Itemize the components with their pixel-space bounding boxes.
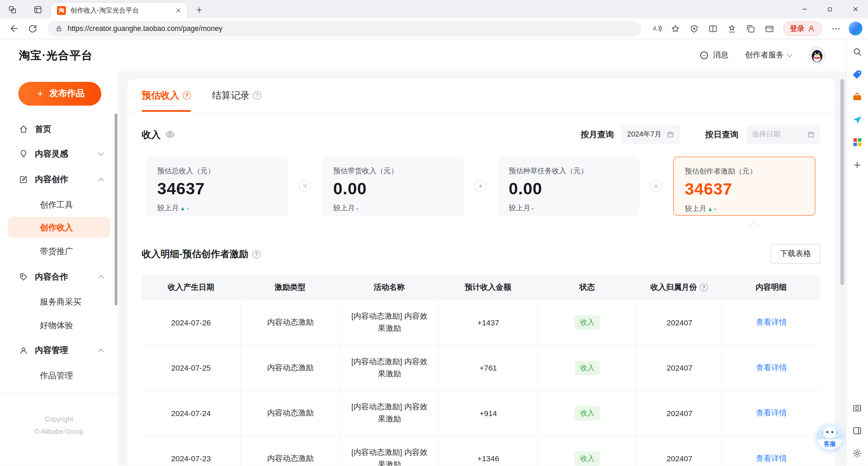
sidebar-item-label: 好物体验 — [40, 320, 103, 330]
login-button[interactable]: 登录 — [783, 21, 822, 36]
rail-tools-icon[interactable] — [850, 90, 864, 104]
stat-card-total-income[interactable]: 预估总收入（元） 34637 较上月 ▲ - — [146, 157, 288, 216]
stat-card-creator-incentive[interactable]: 预估创作者激励（元） 34637 较上月 ▲ - — [673, 157, 816, 216]
rail-settings-icon[interactable] — [850, 446, 864, 460]
favorites-bar-icon[interactable] — [724, 20, 740, 37]
help-icon[interactable] — [252, 250, 260, 258]
sidebar-item-creation-income[interactable]: 创作收入 — [8, 217, 110, 238]
sidebar-item-management[interactable]: 内容管理 — [8, 340, 110, 361]
view-details-link[interactable]: 查看详情 — [756, 363, 787, 373]
column-header: 状态 — [538, 275, 637, 300]
view-details-link[interactable]: 查看详情 — [756, 317, 787, 327]
sidebar-item-cooperation[interactable]: 内容合作 — [8, 266, 110, 287]
sidebar-item-label: 内容灵感 — [35, 148, 92, 159]
browser-menu-icon[interactable] — [828, 20, 844, 37]
plus-icon: ＋ — [35, 88, 46, 98]
back-icon[interactable] — [5, 20, 22, 37]
day-picker[interactable]: 选择日期 — [746, 125, 820, 144]
cell-action: 查看详情 — [722, 436, 820, 466]
site-logo: 淘宝·光合平台 — [19, 48, 93, 63]
tab-estimated-income[interactable]: 预估收入 — [142, 79, 191, 112]
cell-action: 查看详情 — [722, 391, 820, 435]
download-table-button[interactable]: 下载表格 — [770, 244, 820, 264]
trend-up-icon: ▲ — [708, 205, 713, 212]
tab-list-icon[interactable] — [31, 3, 44, 16]
split-screen-icon[interactable] — [705, 20, 721, 37]
service-mascot-icon — [821, 426, 838, 439]
sidebar-item-promotion[interactable]: 带货推广 — [8, 241, 110, 262]
favorite-star-icon[interactable] — [667, 20, 684, 37]
chevron-up-icon — [98, 275, 104, 281]
read-aloud-icon[interactable]: A — [648, 20, 665, 37]
address-bar[interactable]: https://creator.guanghe.taobao.com/page/… — [48, 21, 642, 36]
stat-card-title: 预估创作者激励（元） — [685, 166, 804, 176]
month-picker[interactable]: 2024年7月 — [622, 125, 680, 144]
cell-month: 202407 — [637, 436, 722, 466]
eye-icon[interactable] — [165, 129, 175, 139]
customer-service-button[interactable]: 客服 — [816, 423, 843, 450]
browser-essentials-icon[interactable] — [686, 20, 702, 37]
status-badge: 收入 — [575, 360, 600, 375]
tab-settlement-records[interactable]: 结算记录 — [212, 79, 261, 112]
sidebar-item-creation[interactable]: 内容创作 — [8, 169, 110, 190]
cell-date: 2024-07-26 — [142, 300, 240, 345]
cell-action: 查看详情 — [722, 300, 820, 345]
stat-card-compare: 较上月 ▲ - — [685, 203, 804, 213]
messages-button[interactable]: 消息 — [699, 50, 728, 60]
sidebar-item-service-purchase[interactable]: 服务商采买 — [8, 291, 110, 312]
view-details-link[interactable]: 查看详情 — [756, 453, 787, 463]
avatar[interactable] — [808, 47, 826, 64]
workspaces-icon[interactable] — [5, 3, 19, 16]
copilot-icon[interactable] — [849, 22, 863, 36]
help-icon[interactable] — [253, 91, 261, 100]
rail-messenger-icon[interactable] — [850, 112, 864, 127]
stat-card-sales-income[interactable]: 预估带货收入（元） 0.00 较上月 - — [322, 157, 464, 216]
wallet-icon[interactable] — [761, 20, 778, 37]
table-header-row: 收入产生日期 激励类型 活动名称 预计收入金额 状态 收入归属月份 内容明细 — [142, 275, 820, 300]
rail-screenshot-icon[interactable] — [850, 400, 864, 415]
bulb-icon — [19, 149, 28, 159]
rail-split-panel-icon[interactable] — [850, 423, 864, 437]
chevron-up-icon — [98, 348, 104, 354]
cell-status: 收入 — [538, 391, 637, 435]
sidebar-item-inspiration[interactable]: 内容灵感 — [8, 143, 110, 164]
svg-text:A: A — [653, 25, 657, 32]
close-window-button[interactable] — [843, 0, 868, 18]
browser-tab[interactable]: 淘 创作收入-淘宝光合平台 — [51, 3, 187, 18]
income-tabs: 预估收入 结算记录 — [127, 79, 835, 112]
sidebar: ＋ 发布作品 首页 内容灵感 内容创作 创作工具 创作收入 — [0, 71, 118, 466]
day-picker-placeholder: 选择日期 — [752, 129, 804, 139]
stat-card-task-income[interactable]: 预估种草任务收入（元） 0.00 较上月 - — [498, 157, 639, 216]
publish-work-button[interactable]: ＋ 发布作品 — [18, 82, 101, 106]
rail-shopping-icon[interactable] — [850, 67, 864, 81]
sidebar-scrollbar[interactable] — [115, 113, 117, 305]
rail-m365-apps-icon[interactable] — [850, 135, 864, 149]
minimize-button[interactable] — [792, 0, 817, 18]
collections-icon[interactable] — [742, 20, 759, 37]
day-query-label: 按日查询 — [705, 129, 739, 140]
help-icon[interactable] — [183, 91, 191, 100]
chevron-down-icon — [787, 52, 792, 57]
sidebar-item-product-trial[interactable]: 好物体验 — [8, 315, 110, 336]
sidebar-item-works-management[interactable]: 作品管理 — [8, 365, 110, 386]
new-tab-button[interactable] — [193, 4, 205, 16]
view-details-link[interactable]: 查看详情 — [756, 408, 787, 418]
maximize-button[interactable] — [817, 0, 843, 18]
status-badge: 收入 — [575, 406, 600, 420]
creator-service-dropdown[interactable]: 创作者服务 — [745, 50, 792, 60]
rail-add-icon[interactable] — [850, 158, 864, 172]
lock-icon — [55, 25, 63, 32]
cell-month: 202407 — [637, 345, 722, 390]
sidebar-item-creation-tools[interactable]: 创作工具 — [8, 194, 110, 215]
edit-icon — [19, 175, 28, 184]
sidebar-item-home[interactable]: 首页 — [8, 119, 110, 140]
help-icon[interactable] — [700, 283, 708, 291]
cell-amount: +1346 — [438, 436, 538, 466]
rail-search-icon[interactable] — [850, 44, 864, 58]
selected-card-notch — [749, 221, 759, 231]
month-query-label: 按月查询 — [581, 129, 614, 140]
tab-favicon-icon: 淘 — [57, 6, 66, 15]
tab-close-icon[interactable] — [174, 6, 183, 15]
refresh-icon[interactable] — [24, 20, 41, 37]
page-scrollbar[interactable] — [840, 79, 844, 285]
